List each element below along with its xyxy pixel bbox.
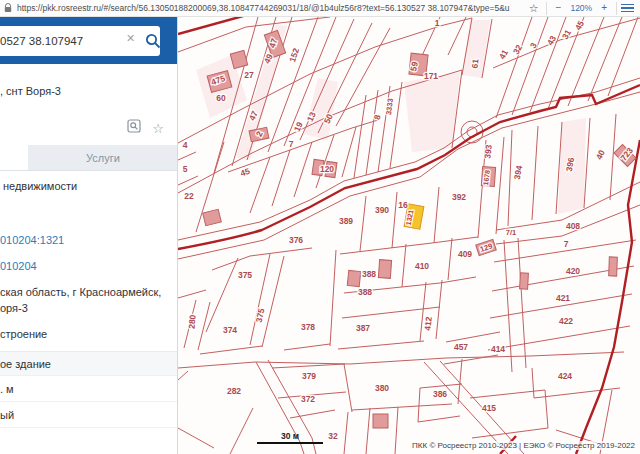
parcel-number-label[interactable]: 7/1 [506,228,516,237]
result-type-header: недвижимости [0,180,178,192]
parcel-number-label[interactable]: 388 [358,287,372,297]
parcel-number-label[interactable]: 16 [398,200,408,210]
parcel-number-label[interactable]: 389 [339,216,353,226]
map-scale-bar: 30 м [257,431,323,444]
result-attr-object-type: строение [0,328,178,340]
parcel-number-label[interactable]: 7 [564,239,569,249]
parcel-number-label[interactable]: 410 [415,261,429,271]
parcel-number-label[interactable]: 376 [289,235,303,245]
parcel-number-label[interactable]: 394 [512,164,524,180]
building-footprint[interactable] [203,209,222,225]
parcel-number-label[interactable]: 409 [458,249,472,259]
parcel-number-label[interactable]: 408 [566,221,580,231]
parcel-number-label[interactable]: 171 [424,71,438,81]
parcel-number-label[interactable]: 280 [186,314,197,329]
parcel-number-label[interactable]: 3333 [384,98,395,116]
result-attr-purpose: ое здание [0,351,178,376]
zoom-level-value: 120% [570,3,592,13]
parcel-number-label[interactable]: 45 [239,166,251,179]
parcel-number-label[interactable]: 388 [362,269,376,279]
tab-objects-stub[interactable] [0,145,28,170]
parcel-number-label[interactable]: 420 [566,266,580,276]
result-address-line-1: ская область, г Красноармейск, [0,286,178,298]
tab-services[interactable]: Услуги [28,145,178,170]
scale-label: 30 м [257,431,323,441]
parcel-number-label[interactable]: 3 [528,41,539,50]
address-bar-url[interactable]: https://pkk.rosreestr.ru/#/search/56.130… [17,3,522,13]
result-actions: ☆ [127,119,164,137]
search-input[interactable] [0,26,160,56]
parcel-number-label[interactable]: 375 [238,270,252,280]
building-footprint[interactable] [378,260,391,279]
browser-menu-icon[interactable] [621,4,634,13]
result-attr-status: ый [0,403,178,428]
parcel-number-label[interactable]: 393 [482,144,494,160]
parcel-number-label[interactable]: 422 [559,316,573,326]
parcel-number-label[interactable]: 386 [433,389,447,399]
parcel-number-label[interactable]: 375 [254,307,267,323]
parcel-number-label[interactable]: 152 [287,47,301,64]
parcel-number-label[interactable]: 380 [375,383,389,393]
parcel-number-label[interactable]: 7 [289,139,294,149]
parcel-number-label[interactable]: 374 [223,325,237,335]
parcel-number-label[interactable]: 8 [372,113,383,120]
map-attribution: ПКК © Росреестр 2010-2023 | ЕЭКО © Росре… [410,441,637,450]
search-icon[interactable] [144,32,162,50]
favorites-star-icon[interactable]: ☆ [152,122,164,135]
parcel-number-label[interactable]: 372 [301,394,315,404]
cadastral-quarter-link[interactable]: 010204 [0,260,178,272]
lock-icon [4,3,12,13]
parcel-number-label[interactable]: 60 [216,93,226,103]
parcel-number-label[interactable]: 379 [302,371,316,381]
area-search-icon[interactable] [127,119,141,137]
building-footprint[interactable] [373,414,388,428]
building-footprint[interactable] [520,273,529,289]
parcel-number-label[interactable]: 282 [227,386,241,396]
parcel-number-label[interactable]: 61 [469,58,480,69]
parcel-number-label[interactable]: 22 [184,191,194,201]
parcel-number-label[interactable]: 457 [454,342,468,352]
parcel-number-label[interactable]: 1 [435,18,440,28]
parcel-number-label[interactable]: 45 [573,19,587,32]
parcel-number-label[interactable]: 424 [558,371,572,381]
parcel-number-label[interactable]: 120 [320,164,334,174]
parcel-number-label[interactable]: 415 [482,403,496,413]
search-results-panel: ✕ , снт Воря-3 ☆ Услуги недвижимости 010… [0,17,178,454]
building-footprint[interactable] [347,270,361,286]
search-panel-header: ✕ [0,17,178,64]
browser-zoom-controls: − 120% + [546,2,617,15]
parcel-number-label[interactable]: 421 [556,293,570,303]
browser-url-bar[interactable]: https://pkk.rosreestr.ru/#/search/56.130… [0,0,640,17]
parcel-number-label[interactable]: 5 [183,164,188,174]
parcel-number-label[interactable]: 41 [497,48,511,61]
parcel-number-label[interactable]: 390 [375,205,389,215]
parcel-number-label[interactable]: 40 [594,148,607,161]
zoom-out-button[interactable]: − [556,3,562,13]
cadastral-number-link[interactable]: 010204:1321 [0,234,178,246]
panel-tabs: Услуги [0,145,178,171]
parcel-number-label[interactable]: 27 [244,70,254,80]
parcel-number-label[interactable]: 412 [422,316,434,332]
parcel-number-label[interactable]: 414 [491,344,505,354]
scale-line [257,442,323,444]
clear-search-icon[interactable]: ✕ [126,33,135,44]
parcel-number-label[interactable]: 4 [183,140,188,150]
building-footprint[interactable] [609,257,618,276]
map-canvas[interactable]: 4715249274756015917161413234331454719135… [178,17,640,454]
zoom-in-button[interactable]: + [601,3,607,13]
parcel-number-label[interactable]: 32 [328,431,338,441]
result-address-line-2: оря-3 [0,302,178,314]
browser-window: https://pkk.rosreestr.ru/#/search/56.130… [0,0,640,454]
cadastral-map[interactable]: 4715249274756015917161413234331454719135… [178,17,640,454]
parcel-number-label[interactable]: 387 [356,323,370,333]
bookmark-star-icon[interactable]: ☆ [529,3,539,14]
parcel-number-label[interactable]: 392 [452,192,466,202]
result-address-fragment: , снт Воря-3 [0,85,178,97]
result-attr-area: . м [0,377,178,402]
parcel-number-label[interactable]: 378 [301,322,315,332]
